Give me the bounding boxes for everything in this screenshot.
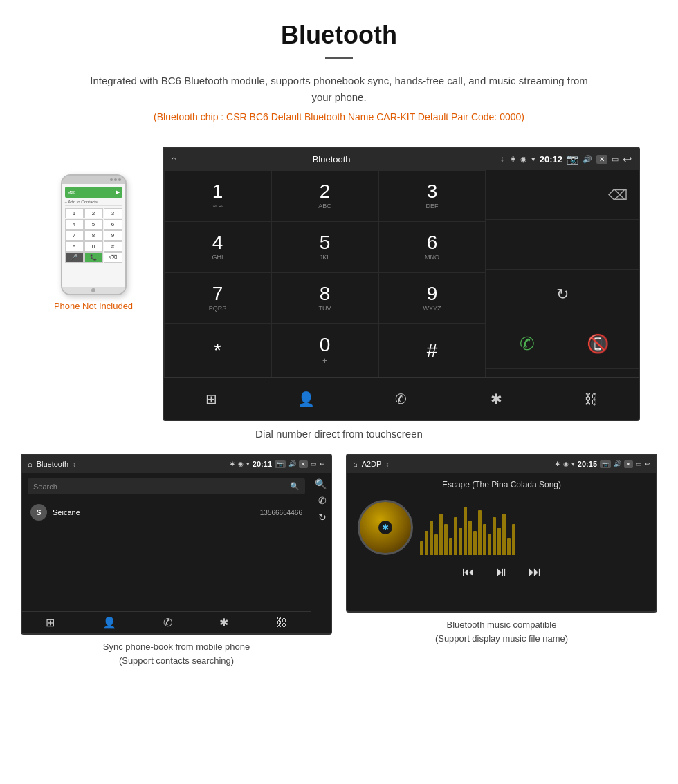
prev-button[interactable]: ⏮ bbox=[462, 565, 475, 579]
dialpad-container: 1 ∽∽ 2 ABC 3 DEF 4 GHI 5 JKL bbox=[164, 170, 639, 377]
pb-tool-person[interactable]: 👤 bbox=[102, 616, 116, 629]
phone-add-contacts-label: + Add to Contacts bbox=[65, 200, 122, 206]
volume-icon[interactable]: 🔊 bbox=[583, 155, 592, 164]
display-row: ⌫ bbox=[486, 170, 639, 220]
vis-bar bbox=[464, 507, 467, 555]
pb-refresh-side-icon[interactable]: ↻ bbox=[318, 512, 327, 523]
pb-back-icon[interactable]: ↩ bbox=[320, 460, 325, 467]
dial-key-2[interactable]: 2 ABC bbox=[271, 170, 378, 221]
vis-bar bbox=[439, 514, 443, 555]
backspace-icon[interactable]: ⌫ bbox=[608, 187, 627, 203]
music-disc-inner: ✱ bbox=[378, 521, 392, 534]
pb-phone-side-icon[interactable]: ✆ bbox=[318, 495, 327, 506]
dial-key-5[interactable]: 5 JKL bbox=[271, 221, 378, 272]
x-icon[interactable]: ✕ bbox=[596, 155, 607, 164]
music-screen-title: A2DP bbox=[362, 460, 382, 468]
phone-green-bar: M20 ▶ bbox=[65, 187, 122, 198]
phone-key-del: ⌫ bbox=[104, 252, 122, 263]
wifi-icon: ▾ bbox=[531, 155, 535, 164]
pb-tool-grid[interactable]: ⊞ bbox=[46, 616, 55, 629]
pb-right-icons: 🔍 ✆ ↻ bbox=[311, 473, 331, 633]
vis-bar bbox=[425, 531, 428, 555]
vis-bar bbox=[444, 524, 448, 555]
dial-key-hash[interactable]: # bbox=[378, 324, 486, 377]
call-icon: ✆ bbox=[520, 333, 535, 355]
vis-bar bbox=[507, 538, 511, 555]
vis-bar bbox=[449, 538, 452, 555]
toolbar-bluetooth[interactable]: ✱ bbox=[482, 385, 510, 413]
pb-contact-name: Seicane bbox=[53, 508, 80, 516]
phone-dot-1 bbox=[110, 178, 113, 181]
pb-vol-icon[interactable]: 🔊 bbox=[288, 460, 296, 467]
dialpad-right: ⌫ ↻ ✆ 📵 bbox=[486, 170, 639, 377]
play-pause-button[interactable]: ⏯ bbox=[495, 565, 508, 579]
bt-icon: ✱ bbox=[510, 155, 516, 164]
pb-search-bar[interactable]: Search 🔍 bbox=[28, 478, 305, 494]
dial-toolbar: ⊞ 👤 ✆ ✱ ⛓ bbox=[164, 377, 639, 420]
phone-keypad-grid: 1 2 3 4 5 6 7 8 9 * 0 # 🎤 📞 ⌫ bbox=[65, 208, 122, 263]
pb-tool-bt[interactable]: ✱ bbox=[219, 616, 228, 629]
pb-toolbar: ⊞ 👤 ✆ ✱ ⛓ bbox=[22, 611, 311, 633]
pb-screen-icon[interactable]: ▭ bbox=[311, 460, 317, 467]
music-statusbar: ⌂ A2DP ↕ ✱ ◉ ▾ 20:15 📷 🔊 ✕ ▭ ↩ bbox=[347, 455, 656, 473]
back-icon[interactable]: ↩ bbox=[623, 153, 632, 166]
dial-key-7[interactable]: 7 PQRS bbox=[164, 272, 271, 324]
music-screen-icon[interactable]: ▭ bbox=[636, 460, 642, 467]
phone-not-included-label: Phone Not Included bbox=[54, 301, 133, 311]
toolbar-person[interactable]: 👤 bbox=[293, 385, 320, 413]
pb-search-side-icon[interactable]: 🔍 bbox=[315, 478, 327, 489]
toolbar-link[interactable]: ⛓ bbox=[577, 385, 605, 413]
end-call-button[interactable]: 📵 bbox=[581, 328, 614, 361]
dial-key-8[interactable]: 8 TUV bbox=[271, 272, 378, 324]
pb-tool-phone[interactable]: ✆ bbox=[163, 616, 172, 629]
phone-key-2: 2 bbox=[84, 208, 103, 218]
vis-bar bbox=[512, 524, 515, 555]
music-screen-wrap: ⌂ A2DP ↕ ✱ ◉ ▾ 20:15 📷 🔊 ✕ ▭ ↩ Escape (T… bbox=[346, 454, 657, 667]
pb-contact-row: S Seicane 13566664466 bbox=[28, 500, 305, 525]
music-back-icon[interactable]: ↩ bbox=[645, 460, 650, 467]
phonebook-car-screen: ⌂ Bluetooth ↕ ✱ ◉ ▾ 20:11 📷 🔊 ✕ ▭ ↩ bbox=[21, 454, 332, 635]
call-row: ✆ 📵 bbox=[486, 319, 639, 369]
pb-cam-icon[interactable]: 📷 bbox=[275, 460, 286, 468]
music-bt-icon: ✱ bbox=[555, 460, 560, 467]
dial-key-4[interactable]: 4 GHI bbox=[164, 221, 271, 272]
music-disc: ✱ bbox=[358, 500, 413, 555]
music-x-icon[interactable]: ✕ bbox=[624, 460, 633, 468]
music-player-area: ✱ bbox=[354, 496, 649, 559]
phone-image-container: M20 ▶ + Add to Contacts 1 2 3 4 5 6 7 8 … bbox=[38, 147, 149, 311]
dial-key-1[interactable]: 1 ∽∽ bbox=[164, 170, 271, 221]
music-vol-icon[interactable]: 🔊 bbox=[614, 460, 621, 467]
next-button[interactable]: ⏭ bbox=[529, 565, 541, 579]
vis-bar bbox=[468, 521, 472, 555]
dial-key-3[interactable]: 3 DEF bbox=[378, 170, 486, 221]
pb-main: Search 🔍 S Seicane 13566664466 ⊞ 👤 ✆ bbox=[22, 473, 311, 633]
pb-home-icon[interactable]: ⌂ bbox=[28, 460, 33, 468]
music-time: 20:15 bbox=[578, 460, 597, 468]
dial-key-star[interactable]: * bbox=[164, 324, 271, 377]
car-statusbar: ⌂ Bluetooth ↕ ✱ ◉ ▾ 20:12 📷 🔊 ✕ ▭ ↩ bbox=[164, 148, 639, 170]
pb-x-icon[interactable]: ✕ bbox=[299, 460, 308, 468]
refresh-icon[interactable]: ↻ bbox=[556, 286, 569, 304]
phone-key-4: 4 bbox=[65, 219, 84, 230]
dial-key-6[interactable]: 6 MNO bbox=[378, 221, 486, 272]
music-cam-icon[interactable]: 📷 bbox=[600, 460, 611, 468]
car-screen-title: Bluetooth bbox=[168, 154, 494, 165]
dial-section: M20 ▶ + Add to Contacts 1 2 3 4 5 6 7 8 … bbox=[28, 147, 650, 421]
refresh-row: ↻ bbox=[486, 270, 639, 319]
pb-search-icon[interactable]: 🔍 bbox=[290, 482, 300, 491]
call-button[interactable]: ✆ bbox=[511, 328, 544, 361]
dial-key-0[interactable]: 0 + bbox=[271, 324, 378, 377]
phone-key-0: 0 bbox=[84, 241, 103, 252]
music-bt-logo: ✱ bbox=[382, 523, 389, 532]
pb-tool-link[interactable]: ⛓ bbox=[276, 617, 287, 629]
toolbar-grid[interactable]: ⊞ bbox=[198, 385, 226, 413]
phone-key-1: 1 bbox=[65, 208, 84, 218]
music-home-icon[interactable]: ⌂ bbox=[353, 460, 358, 468]
dial-key-9[interactable]: 9 WXYZ bbox=[378, 272, 486, 324]
pb-contact-number: 13566664466 bbox=[260, 509, 302, 516]
screen-icon[interactable]: ▭ bbox=[612, 155, 619, 164]
toolbar-phone[interactable]: ✆ bbox=[387, 385, 415, 413]
pb-screen-title: Bluetooth bbox=[37, 460, 68, 468]
pb-search-text: Search bbox=[33, 483, 57, 491]
camera-icon[interactable]: 📷 bbox=[567, 153, 578, 165]
